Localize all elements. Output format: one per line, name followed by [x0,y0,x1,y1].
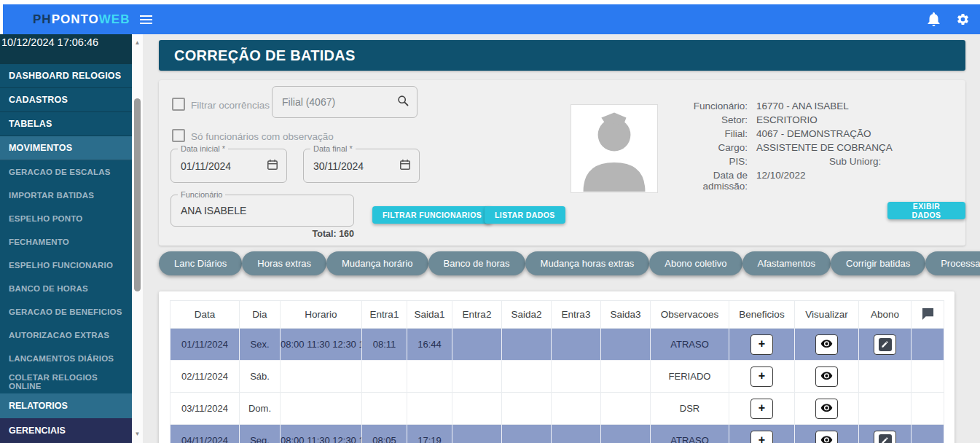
visualizar-button[interactable] [815,431,838,443]
corrigir-batidas-button[interactable]: Corrigir batidas [831,251,925,275]
so-funcionarios-label: Só funcionários com observação [191,131,334,142]
cell-horario [281,393,362,425]
table-header-row: Data Dia Horario Entra1 Saida1 Entra2 Sa… [170,301,944,329]
info-label-sub-uniorg: Sub Uniorg: [829,156,881,167]
sidebar-item-fechamento[interactable]: FECHAMENTO [0,230,132,254]
calendar-icon[interactable] [399,159,411,173]
filter-panel: Filtrar ocorrências Filial (4067) Só fun… [159,80,965,246]
add-beneficio-button[interactable]: + [750,399,773,419]
abono-button[interactable] [874,431,896,443]
cell-horario: 08:00 11:30 12:30 17:30 [281,329,362,361]
cell-entra2 [452,425,502,443]
visualizar-button[interactable] [815,399,838,419]
sidebar: 10/12/2024 17:06:46 DASHBOARD RELOGIOS C… [0,34,132,443]
cell-comment [912,393,944,425]
col-saida3: Saida3 [601,301,651,329]
cell-horario: 08:00 11:30 12:30 17:30 [281,425,362,443]
pencil-icon [879,434,892,443]
sidebar-item-espelho-ponto[interactable]: ESPELHO PONTO [0,207,132,230]
sidebar-item-autorizacao-extras[interactable]: AUTORIZACAO EXTRAS [0,324,132,347]
mudanca-horas-extras-button[interactable]: Mudança horas extras [525,251,650,275]
logo-part-ph: PH [33,12,52,26]
filial-search-field[interactable]: Filial (4067) [272,86,418,118]
sidebar-item-espelho-funcionario[interactable]: ESPELHO FUNCIONARIO [0,254,132,277]
info-label-setor: Setor: [669,114,748,125]
data-inicial-field[interactable]: Data inicial * 01/11/2024 [170,149,287,183]
visualizar-button[interactable] [815,334,838,355]
add-beneficio-button[interactable]: + [750,431,773,443]
sidebar-item-coletar-relogios-online[interactable]: COLETAR RELOGIOS ONLINE [0,370,132,393]
eye-icon [820,404,833,413]
sidebar-item-dashboard-relogios[interactable]: DASHBOARD RELOGIOS [0,64,132,88]
sidebar-item-relatorios[interactable]: RELATORIOS [0,393,132,418]
cell-saida1: 16:44 [407,329,452,361]
sidebar-item-movimentos[interactable]: MOVIMENTOS [0,136,132,160]
sidebar-item-cadastros[interactable]: CADASTROS [0,88,132,112]
scroll-up-arrow-icon[interactable]: ▲ [132,39,143,46]
afastamentos-button[interactable]: Afastamentos [742,251,831,275]
sidebar-item-lancamentos-diarios[interactable]: LANCAMENTOS DIÁRIOS [0,347,132,370]
funcionario-field-value: ANA ISABELE [181,205,246,216]
exibir-dados-button[interactable]: EXIBIR DADOS [887,202,965,219]
sidebar-item-gerenciais[interactable]: GERENCIAIS [0,418,132,443]
hamburger-menu-icon[interactable] [140,15,152,24]
lanc-diarios-button[interactable]: Lanc Diários [159,251,242,275]
sidebar-item-banco-de-horas[interactable]: BANCO DE HORAS [0,277,132,300]
cell-saida1 [407,393,452,425]
col-dia: Dia [240,301,281,329]
search-icon[interactable] [397,95,409,109]
info-label-data-admissao: Data de admissão: [669,170,748,192]
cell-comment [912,425,944,443]
cell-entra1 [362,361,407,393]
cell-comment [912,329,944,361]
pencil-icon [879,338,892,351]
data-final-field[interactable]: Data final * 30/11/2024 [303,149,420,183]
listar-dados-button[interactable]: LISTAR DADOS [485,206,565,224]
filtrar-funcionarios-button[interactable]: FILTRAR FUNCIONARIOS [372,206,492,224]
add-beneficio-button[interactable]: + [750,334,773,355]
table-row: 01/11/2024 Sex. 08:00 11:30 12:30 17:30 … [170,329,944,361]
cell-beneficios: + [729,425,795,443]
cell-entra3 [552,361,601,393]
abono-button[interactable] [874,334,896,355]
cell-abono [859,361,912,393]
top-bar: PHPONTOWEB [3,4,980,34]
sidebar-item-geracao-de-beneficios[interactable]: GERACAO DE BENEFICIOS [0,300,132,324]
action-buttons-row: Lanc Diários Horas extras Mudança horári… [159,251,963,275]
col-observacoes: Observacoes [651,301,729,329]
filtrar-ocorrencias-checkbox[interactable] [172,98,185,111]
visualizar-button[interactable] [815,366,838,387]
abono-coletivo-button[interactable]: Abono coletivo [649,251,742,275]
funcionario-field-label: Funcionário [178,190,225,199]
sidebar-item-tabelas[interactable]: TABELAS [0,112,132,136]
cell-comment [912,361,944,393]
sidebar-item-importar-batidas[interactable]: IMPORTAR BATIDAS [0,184,132,207]
scrollbar-thumb[interactable] [134,98,141,291]
calendar-icon[interactable] [267,159,278,173]
col-saida2: Saida2 [502,301,552,329]
mudanca-horario-button[interactable]: Mudança horário [326,251,428,275]
sidebar-scrollbar: ▲ ▼ [132,34,143,443]
main-content: CORREÇÃO DE BATIDAS Filtrar ocorrências … [143,34,980,443]
employee-info: Funcionário: 16770 - ANA ISABEL Setor: E… [669,101,960,192]
col-entra3: Entra3 [552,301,601,329]
horas-extras-button[interactable]: Horas extras [242,251,326,275]
banco-de-horas-button[interactable]: Banco de horas [428,251,525,275]
notifications-bell-icon[interactable] [926,12,941,27]
cell-observacoes: FERIADO [651,361,729,393]
cell-observacoes: ATRASO [651,329,729,361]
cell-dia: Sex. [240,329,281,361]
cell-entra3 [552,393,601,425]
cell-saida2 [502,361,552,393]
add-beneficio-button[interactable]: + [750,366,773,387]
processar-button[interactable]: Processar [925,251,980,275]
funcionario-field[interactable]: Funcionário ANA ISABELE [170,195,354,227]
so-funcionarios-checkbox[interactable] [172,129,185,142]
cell-saida3 [601,361,651,393]
scroll-down-arrow-icon[interactable]: ▼ [132,431,143,437]
settings-gear-icon[interactable] [955,12,970,27]
sidebar-item-geracao-de-escalas[interactable]: GERACAO DE ESCALAS [0,160,132,184]
cell-saida2 [502,425,552,443]
sidebar-datetime: 10/12/2024 17:06:46 [0,34,132,64]
info-value-data-admissao: 12/10/2022 [756,170,960,192]
